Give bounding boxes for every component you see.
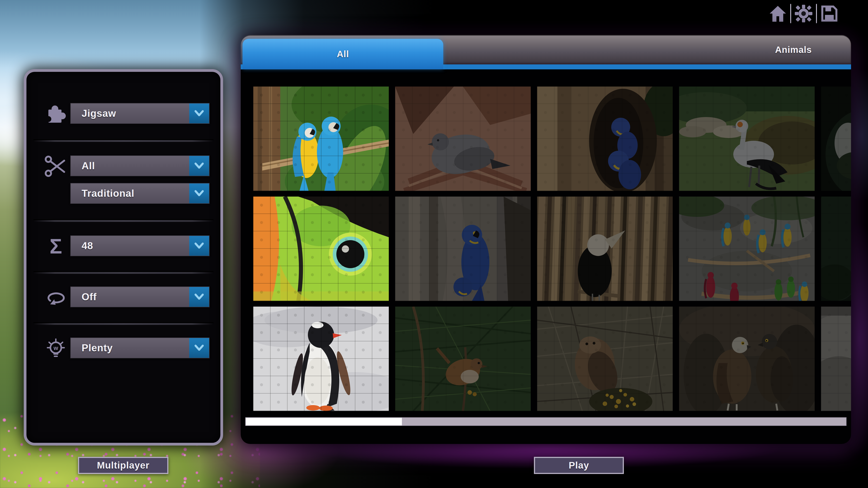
piece-count-value: 48 [71,236,189,256]
settings-gear-icon[interactable] [794,4,813,24]
puzzle-grid [253,87,851,411]
jigsaw-overlay [253,306,389,411]
gallery-scrollbar[interactable] [245,417,846,426]
jigsaw-overlay [679,87,815,191]
save-icon[interactable] [820,4,839,24]
multiplayer-button[interactable]: Multiplayer [78,457,168,474]
jigsaw-overlay [395,87,531,191]
puzzle-thumbnail-toucan-closeup[interactable] [253,197,389,301]
chevron-down-icon [189,338,209,358]
puzzle-thumbnail-honey-buzzard-pair[interactable] [679,306,815,411]
chevron-down-icon [189,184,209,203]
section-divider [33,322,214,325]
puzzle-thumbnail-secretary-bird[interactable] [679,87,815,191]
puzzle-thumbnail-hyacinth-macaws-hollow[interactable] [537,87,673,191]
puzzle-thumbnail-wren-in-conifer[interactable] [395,306,531,411]
topbar [769,2,850,25]
cut-category-value: All [71,156,189,176]
puzzle-thumbnail-dark-foliage-partial[interactable] [821,87,851,191]
thumbnail-grid-viewport [253,87,851,416]
puzzle-thumbnail-pigeon-on-bricks[interactable] [395,87,531,191]
jigsaw-overlay [395,306,531,411]
puzzle-thumbnail-hornbill-bamboo[interactable] [537,197,673,301]
jigsaw-overlay [821,87,851,191]
tab-animals-label: Animals [775,45,812,55]
jigsaw-overlay [253,87,389,191]
scissors-icon [42,153,69,180]
puzzle-piece-icon [42,100,69,127]
puzzle-type-dropdown[interactable]: Jigsaw [71,103,209,123]
home-icon[interactable] [769,4,787,24]
setting-row-puzzle-type: Jigsaw [26,103,220,123]
multiplayer-button-label: Multiplayer [97,460,150,471]
chevron-down-icon [189,236,209,256]
gallery-panel: All Animals Custom [241,35,851,444]
chevron-down-icon [189,156,209,176]
jigsaw-overlay [253,197,389,301]
app-root: All Animals Custom [0,0,868,488]
puzzle-thumbnail-parrot-flock-rockwall[interactable] [679,197,815,301]
hints-value: Plenty [71,338,189,358]
jigsaw-overlay [537,87,673,191]
section-divider [33,271,214,274]
puzzle-thumbnail-hyacinth-macaws-trunk[interactable] [395,197,531,301]
setting-row-hints: w Plenty [26,338,220,358]
gallery-scrollbar-thumb[interactable] [246,418,402,425]
hint-bulb-icon: w [42,335,69,362]
sigma-icon: Σ [42,233,69,260]
hints-dropdown[interactable]: Plenty [71,338,209,358]
rotation-dropdown[interactable]: Off [71,287,209,307]
puzzle-thumbnail-dark-green-partial[interactable] [821,197,851,301]
setting-row-cut-category: All [26,156,220,176]
setting-row-cut-style: Traditional [26,184,220,203]
puzzle-type-value: Jigsaw [71,103,189,123]
jigsaw-overlay [679,197,815,301]
piece-count-dropdown[interactable]: 48 [71,236,209,256]
section-divider [33,219,214,222]
section-divider [33,139,214,142]
setting-row-piece-count: Σ 48 [26,236,220,256]
chevron-down-icon [189,287,209,307]
jigsaw-overlay [821,306,851,411]
settings-panel: Jigsaw All [24,69,223,446]
rotation-value: Off [71,287,189,307]
cut-style-value: Traditional [71,184,189,203]
tab-animals[interactable]: Animals [708,35,868,64]
topbar-separator [816,4,817,23]
chevron-down-icon [189,103,209,123]
puzzle-thumbnail-macaw-pair-branch[interactable] [253,87,389,191]
jigsaw-overlay [395,197,531,301]
puzzle-thumbnail-gentoo-penguin-snow[interactable] [253,306,389,411]
setting-row-rotation: Off [26,287,220,307]
tab-all[interactable]: All [243,39,443,69]
jigsaw-overlay [821,197,851,301]
tab-all-label: All [337,49,349,59]
rotation-icon [42,284,69,311]
jigsaw-overlay [537,197,673,301]
cut-style-dropdown[interactable]: Traditional [71,184,209,203]
jigsaw-overlay [537,306,673,411]
jigsaw-overlay [679,306,815,411]
puzzle-thumbnail-camouflaged-owl-autumn[interactable] [537,306,673,411]
play-button-label: Play [569,460,589,471]
cut-category-dropdown[interactable]: All [71,156,209,176]
play-button[interactable]: Play [534,457,624,474]
puzzle-thumbnail-gray-rock-partial[interactable] [821,306,851,411]
topbar-separator [790,4,791,23]
svg-text:w: w [53,345,58,351]
